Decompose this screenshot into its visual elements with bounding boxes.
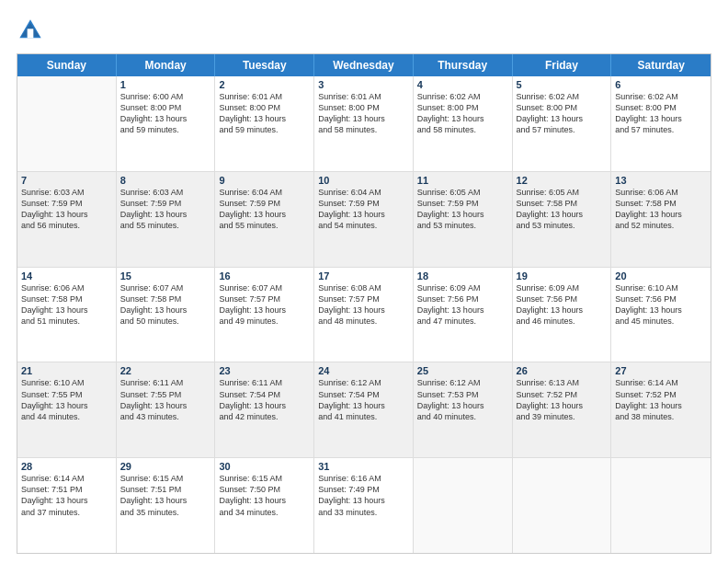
day-number: 7 — [21, 175, 112, 186]
cell-content-line: Sunset: 7:58 PM — [517, 198, 608, 209]
cell-content-line: Sunrise: 6:02 AM — [615, 91, 707, 102]
cell-content-line: Daylight: 13 hours — [120, 400, 211, 411]
cell-content-line: and 45 minutes. — [615, 316, 707, 327]
cell-content-line: Sunset: 7:50 PM — [219, 484, 310, 495]
calendar-cell: 12Sunrise: 6:05 AMSunset: 7:58 PMDayligh… — [513, 172, 612, 267]
cell-content-line: Daylight: 13 hours — [417, 400, 508, 411]
cell-content-line: Sunset: 7:57 PM — [219, 293, 310, 304]
calendar-cell: 21Sunrise: 6:10 AMSunset: 7:55 PMDayligh… — [17, 362, 117, 457]
day-number: 18 — [417, 270, 508, 282]
cell-content-line: and 57 minutes. — [517, 124, 608, 135]
cell-content-line: Sunset: 7:55 PM — [120, 389, 211, 400]
cell-content-line: Sunrise: 6:09 AM — [417, 282, 508, 293]
day-number: 21 — [21, 365, 112, 376]
cell-content-line: and 58 minutes. — [318, 124, 409, 135]
calendar-row: 1Sunrise: 6:00 AMSunset: 8:00 PMDaylight… — [17, 76, 711, 172]
cell-content-line: Sunset: 7:56 PM — [417, 293, 508, 304]
cell-content-line: Sunrise: 6:10 AM — [615, 282, 707, 293]
cell-content-line: Sunrise: 6:06 AM — [21, 282, 112, 293]
cell-content-line: and 34 minutes. — [219, 507, 310, 518]
cell-content-line: Sunrise: 6:03 AM — [120, 187, 211, 198]
cell-content-line: Daylight: 13 hours — [517, 113, 608, 124]
cell-content-line: and 43 minutes. — [120, 411, 211, 422]
day-number: 31 — [318, 461, 409, 472]
cell-content-line: and 37 minutes. — [21, 507, 112, 518]
weekday-header: Wednesday — [314, 54, 414, 76]
cell-content-line: Sunrise: 6:07 AM — [120, 282, 211, 293]
cell-content-line: and 46 minutes. — [517, 316, 608, 327]
day-number: 3 — [318, 79, 409, 90]
cell-content-line: Sunrise: 6:02 AM — [417, 91, 508, 102]
cell-content-line: Sunrise: 6:13 AM — [517, 377, 608, 388]
cell-content-line: Sunset: 7:59 PM — [417, 198, 508, 209]
day-number: 24 — [318, 365, 409, 376]
cell-content-line: Sunset: 8:00 PM — [318, 102, 409, 113]
calendar-cell: 26Sunrise: 6:13 AMSunset: 7:52 PMDayligh… — [513, 362, 612, 457]
cell-content-line: Daylight: 13 hours — [615, 209, 707, 220]
day-number: 1 — [120, 79, 211, 90]
cell-content-line: Sunrise: 6:10 AM — [21, 377, 112, 388]
cell-content-line: Sunset: 7:58 PM — [21, 293, 112, 304]
cell-content-line: and 52 minutes. — [615, 220, 707, 231]
calendar-cell: 28Sunrise: 6:14 AMSunset: 7:51 PMDayligh… — [17, 458, 117, 553]
calendar-cell — [513, 458, 612, 553]
cell-content-line: and 53 minutes. — [517, 220, 608, 231]
day-number: 15 — [120, 270, 211, 282]
weekday-header: Monday — [117, 54, 216, 76]
cell-content-line: Sunset: 7:54 PM — [318, 389, 409, 400]
cell-content-line: Daylight: 13 hours — [517, 304, 608, 316]
calendar-cell: 22Sunrise: 6:11 AMSunset: 7:55 PMDayligh… — [117, 362, 216, 457]
weekday-header: Friday — [513, 54, 612, 76]
cell-content-line: and 35 minutes. — [120, 507, 211, 518]
cell-content-line: Daylight: 13 hours — [318, 400, 409, 411]
calendar-cell: 10Sunrise: 6:04 AMSunset: 7:59 PMDayligh… — [314, 172, 414, 267]
cell-content-line: Sunset: 7:51 PM — [21, 484, 112, 495]
day-number: 25 — [417, 365, 508, 376]
cell-content-line: Daylight: 13 hours — [615, 304, 707, 316]
cell-content-line: Daylight: 13 hours — [318, 304, 409, 316]
cell-content-line: Sunrise: 6:01 AM — [219, 91, 310, 102]
cell-content-line: Sunrise: 6:06 AM — [615, 187, 707, 198]
cell-content-line: Daylight: 13 hours — [21, 400, 112, 411]
calendar-cell: 9Sunrise: 6:04 AMSunset: 7:59 PMDaylight… — [215, 172, 314, 267]
day-number: 29 — [120, 461, 211, 472]
day-number: 22 — [120, 365, 211, 376]
cell-content-line: Sunset: 7:55 PM — [21, 389, 112, 400]
cell-content-line: Daylight: 13 hours — [219, 209, 310, 220]
calendar-cell: 19Sunrise: 6:09 AMSunset: 7:56 PMDayligh… — [513, 268, 612, 362]
day-number: 13 — [615, 175, 707, 186]
cell-content-line: Sunrise: 6:12 AM — [318, 377, 409, 388]
cell-content-line: Daylight: 13 hours — [615, 113, 707, 124]
cell-content-line: and 58 minutes. — [417, 124, 508, 135]
logo-icon — [17, 17, 44, 44]
cell-content-line: Daylight: 13 hours — [318, 495, 409, 506]
cell-content-line: Sunrise: 6:12 AM — [417, 377, 508, 388]
calendar-cell — [611, 458, 711, 553]
cell-content-line: Daylight: 13 hours — [517, 400, 608, 411]
day-number: 27 — [615, 365, 707, 376]
weekday-header: Thursday — [414, 54, 513, 76]
calendar-row: 28Sunrise: 6:14 AMSunset: 7:51 PMDayligh… — [17, 458, 711, 553]
cell-content-line: Sunrise: 6:01 AM — [318, 91, 409, 102]
cell-content-line: and 51 minutes. — [21, 316, 112, 327]
cell-content-line: Sunrise: 6:08 AM — [318, 282, 409, 293]
cell-content-line: Sunset: 7:56 PM — [517, 293, 608, 304]
day-number: 28 — [21, 461, 112, 472]
header — [17, 17, 711, 44]
day-number: 16 — [219, 270, 310, 282]
svg-rect-2 — [28, 29, 34, 38]
cell-content-line: Sunrise: 6:14 AM — [615, 377, 707, 388]
cell-content-line: Sunrise: 6:16 AM — [318, 473, 409, 484]
cell-content-line: and 54 minutes. — [318, 220, 409, 231]
calendar-cell: 11Sunrise: 6:05 AMSunset: 7:59 PMDayligh… — [414, 172, 513, 267]
cell-content-line: Sunrise: 6:05 AM — [417, 187, 508, 198]
cell-content-line: Sunrise: 6:11 AM — [219, 377, 310, 388]
cell-content-line: and 53 minutes. — [417, 220, 508, 231]
calendar-cell: 3Sunrise: 6:01 AMSunset: 8:00 PMDaylight… — [314, 76, 414, 171]
cell-content-line: Daylight: 13 hours — [318, 209, 409, 220]
cell-content-line: Sunset: 8:00 PM — [219, 102, 310, 113]
day-number: 10 — [318, 175, 409, 186]
logo — [17, 17, 48, 44]
cell-content-line: and 49 minutes. — [219, 316, 310, 327]
day-number: 8 — [120, 175, 211, 186]
